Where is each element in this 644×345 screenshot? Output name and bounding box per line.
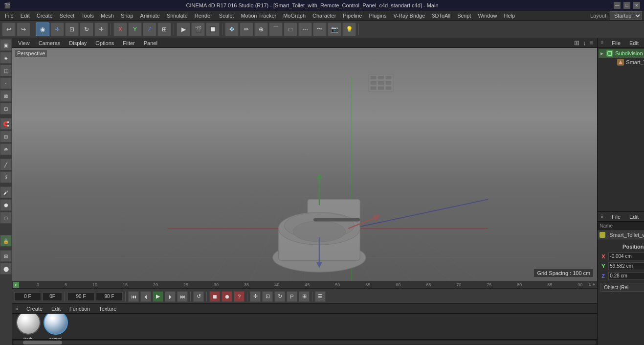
- obj-menu-edit[interactable]: Edit: [626, 40, 642, 46]
- menu-pipeline[interactable]: Pipeline: [340, 12, 365, 19]
- mode-point-button[interactable]: ·: [0, 77, 12, 89]
- mat-menu-texture[interactable]: Texture: [96, 305, 119, 312]
- material-ball-body[interactable]: [16, 314, 41, 335]
- viewport-3d[interactable]: Perspective: [12, 48, 597, 281]
- menu-help[interactable]: Help: [501, 12, 518, 19]
- frame-end-field[interactable]: [67, 292, 94, 301]
- x-axis-button[interactable]: X: [113, 23, 127, 36]
- vp-settings-button[interactable]: ≡: [589, 39, 595, 46]
- obj-expand-icon[interactable]: ▶: [600, 51, 603, 56]
- menu-file[interactable]: File: [2, 12, 17, 19]
- timeline-btn2[interactable]: ⊞: [0, 250, 12, 262]
- brush-button[interactable]: 𝑆: [0, 171, 12, 183]
- vp-downsize-button[interactable]: ↓: [582, 39, 587, 46]
- play-button[interactable]: ▶: [153, 291, 163, 302]
- pos-z-field[interactable]: [608, 272, 644, 280]
- boole-button[interactable]: ⊕: [254, 23, 268, 36]
- undo-button[interactable]: ↩: [2, 23, 16, 36]
- param-key-button[interactable]: P: [287, 291, 297, 302]
- polygon-pen-button[interactable]: ✏: [240, 23, 253, 36]
- record-stop-button[interactable]: ⏹: [209, 291, 220, 302]
- scrollbar-thumb[interactable]: [23, 341, 62, 345]
- vp-menu-cameras[interactable]: Cameras: [36, 40, 64, 46]
- scale-key-button[interactable]: ⊡: [262, 291, 273, 302]
- menu-simulate[interactable]: Simulate: [164, 12, 191, 19]
- attr-menu-file[interactable]: File: [609, 213, 623, 220]
- frame-preview-end[interactable]: [96, 292, 123, 301]
- render-region-button[interactable]: ▶: [177, 23, 190, 36]
- menu-window[interactable]: Window: [475, 12, 500, 19]
- vp-menu-panel[interactable]: Panel: [141, 40, 160, 46]
- sculpt-btn[interactable]: ◌: [0, 212, 12, 224]
- pos-y-field[interactable]: [608, 262, 644, 270]
- knife-button[interactable]: ╱: [0, 159, 12, 170]
- mode-uv-button[interactable]: ⊠: [0, 90, 12, 102]
- record-auto-button[interactable]: ⏺: [222, 291, 232, 302]
- point-key-button[interactable]: ⊞: [299, 291, 310, 302]
- vp-menu-display[interactable]: Display: [66, 40, 89, 46]
- rotate-key-button[interactable]: ↻: [274, 291, 285, 302]
- menu-sculpt[interactable]: Sculpt: [216, 12, 237, 19]
- frame-current-field[interactable]: [43, 292, 62, 301]
- redo-button[interactable]: ↪: [17, 23, 30, 36]
- obj-row-toilet[interactable]: Smart_Toilet_with_Remote_Control_Panel: [606, 58, 644, 67]
- coord-mode-select[interactable]: Object (Rel World: [600, 283, 644, 292]
- loop-button[interactable]: ↺: [193, 291, 204, 302]
- nurbs-button[interactable]: ⋯: [298, 23, 312, 36]
- move3d-button[interactable]: ✤: [225, 23, 239, 36]
- z-axis-button[interactable]: Z: [143, 23, 156, 36]
- vp-menu-filter[interactable]: Filter: [120, 40, 137, 46]
- menu-script[interactable]: Script: [454, 12, 474, 19]
- move-tool-button[interactable]: ✛: [50, 23, 64, 36]
- render-view-button[interactable]: 🎬: [191, 23, 205, 36]
- mat-menu-create[interactable]: Create: [23, 305, 45, 312]
- mat-menu-function[interactable]: Function: [67, 305, 93, 312]
- minimize-button[interactable]: —: [614, 2, 621, 9]
- attr-menu-edit[interactable]: Edit: [626, 213, 642, 220]
- transform-button[interactable]: ✛: [94, 23, 108, 36]
- vp-menu-options[interactable]: Options: [92, 40, 117, 46]
- menu-mesh[interactable]: Mesh: [98, 12, 117, 19]
- lock-anim-button[interactable]: 🔒: [0, 235, 12, 247]
- mode-object-button[interactable]: ▣: [0, 39, 12, 51]
- vp-maximize-button[interactable]: ⊞: [573, 39, 580, 46]
- pos-x-field[interactable]: [608, 253, 644, 260]
- menu-render[interactable]: Render: [192, 12, 215, 19]
- scale-tool-button[interactable]: ⊡: [65, 23, 79, 36]
- menu-plugins[interactable]: Plugins: [366, 12, 389, 19]
- world-coord-button[interactable]: ⊞: [157, 23, 171, 36]
- menu-snap[interactable]: Snap: [118, 12, 136, 19]
- menu-edit[interactable]: Edit: [18, 12, 33, 19]
- snap-button[interactable]: 🧲: [0, 118, 12, 130]
- stamp-button[interactable]: ⬟: [0, 199, 12, 211]
- bottom-scrollbar[interactable]: [12, 339, 597, 345]
- menu-tools[interactable]: Tools: [78, 12, 97, 19]
- maximize-button[interactable]: □: [623, 2, 630, 9]
- mode-edge-button[interactable]: ◫: [0, 65, 12, 76]
- move-key-button[interactable]: ✛: [250, 291, 261, 302]
- goto-end-button[interactable]: ⏭: [177, 291, 188, 302]
- axis-lock-button[interactable]: ⊕: [0, 143, 12, 155]
- y-axis-button[interactable]: Y: [128, 23, 142, 36]
- layout-select[interactable]: Startup: [610, 11, 642, 20]
- record-manual-button[interactable]: ?: [234, 291, 244, 302]
- vp-menu-view[interactable]: View: [15, 40, 33, 46]
- timeline-view-button[interactable]: ☰: [315, 291, 326, 302]
- next-frame-button[interactable]: ⏵: [165, 291, 176, 302]
- workplane-button[interactable]: ⊟: [0, 131, 12, 142]
- mat-menu-edit[interactable]: Edit: [48, 305, 64, 312]
- menu-animate[interactable]: Animate: [137, 12, 163, 19]
- menu-motion-tracker[interactable]: Motion Tracker: [238, 12, 279, 19]
- record-btn2[interactable]: ⬤: [0, 263, 12, 275]
- obj-menu-file[interactable]: File: [609, 40, 623, 46]
- mode-tex-button[interactable]: ⊡: [0, 103, 12, 115]
- attr-item-row[interactable]: Smart_Toilet_with_Remote_Control_Panel: [598, 230, 644, 240]
- menu-create[interactable]: Create: [34, 12, 56, 19]
- menu-mograph[interactable]: MoGraph: [280, 12, 309, 19]
- rotate-tool-button[interactable]: ↻: [80, 23, 93, 36]
- close-button[interactable]: ✕: [633, 2, 640, 9]
- goto-start-button[interactable]: ⏮: [128, 291, 139, 302]
- prev-frame-button[interactable]: ⏴: [140, 291, 151, 302]
- select-mode-button[interactable]: ◉: [36, 23, 49, 36]
- frame-start-field[interactable]: [14, 292, 41, 301]
